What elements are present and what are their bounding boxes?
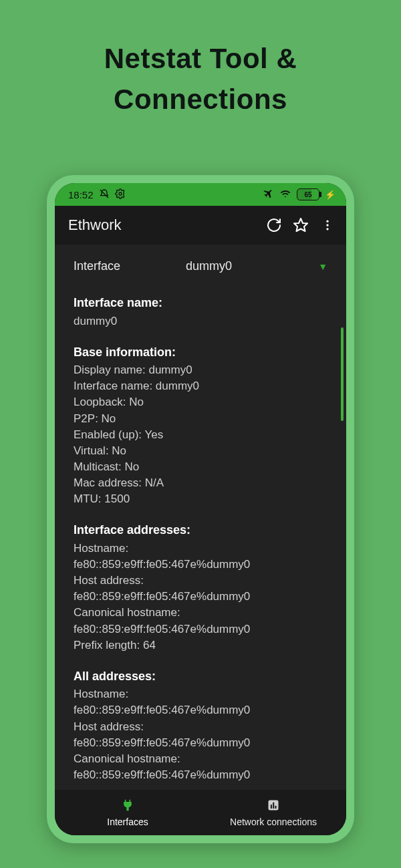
nav-interfaces-label: Interfaces — [107, 817, 148, 827]
all-hostaddr-value: fe80::859:e9ff:fe05:467e%dummy0 — [74, 735, 327, 751]
svg-point-5 — [326, 228, 328, 230]
chart-icon — [267, 799, 280, 814]
base-interface-name: Interface name: dummy0 — [74, 378, 327, 394]
nav-network-connections[interactable]: Network connections — [200, 790, 346, 835]
all-hostname-label: Hostname: — [74, 686, 327, 702]
nav-network-label: Network connections — [230, 817, 317, 827]
hero-line-2: Connections — [0, 80, 401, 120]
app-bar: Ethwork — [55, 206, 346, 245]
svg-point-1 — [119, 192, 122, 195]
bottom-nav: Interfaces Network connections — [55, 790, 346, 835]
base-display-name: Display name: dummy0 — [74, 362, 327, 378]
more-button[interactable] — [314, 212, 341, 239]
section-interface-name: Interface name: dummy0 — [74, 295, 327, 329]
iface-hostaddr-value: fe80::859:e9ff:fe05:467e%dummy0 — [74, 589, 327, 605]
section-base-info: Base information: Display name: dummy0 I… — [74, 344, 327, 508]
status-time: 18:52 — [68, 189, 94, 200]
svg-point-3 — [326, 221, 328, 223]
all-hostaddr-label: Host address: — [74, 719, 327, 735]
refresh-button[interactable] — [261, 212, 287, 239]
chevron-down-icon: ▼ — [318, 261, 327, 272]
gear-icon — [115, 188, 126, 201]
phone-frame: 18:52 — [47, 175, 354, 843]
phone-screen: 18:52 — [55, 183, 346, 835]
svg-rect-7 — [271, 805, 272, 809]
favorite-button[interactable] — [287, 212, 314, 239]
iface-canon-label: Canonical hostname: — [74, 605, 327, 621]
wifi-icon — [279, 188, 291, 201]
svg-point-4 — [326, 224, 328, 226]
nav-interfaces[interactable]: Interfaces — [55, 790, 200, 835]
status-bar: 18:52 — [55, 183, 346, 206]
base-p2p: P2P: No — [74, 411, 327, 427]
hero-title: Netstat Tool & Connections — [0, 0, 401, 120]
battery-pct: 65 — [304, 191, 311, 198]
base-mtu: MTU: 1500 — [74, 491, 327, 507]
section-head-iface-addrs: Interface addresses: — [74, 522, 327, 539]
all-hostname-value: fe80::859:e9ff:fe05:467e%dummy0 — [74, 702, 327, 718]
all-canon-label: Canonical hostname: — [74, 751, 327, 767]
interface-label: Interface — [74, 259, 186, 273]
all-canon-value: fe80::859:e9ff:fe05:467e%dummy0 — [74, 767, 327, 783]
interface-selected-value: dummy0 — [186, 259, 232, 273]
airplane-icon — [263, 188, 274, 201]
app-title: Ethwork — [68, 216, 261, 234]
interface-select[interactable]: dummy0 ▼ — [186, 259, 327, 273]
battery-icon: 65 — [297, 188, 319, 200]
base-loopback: Loopback: No — [74, 394, 327, 410]
svg-rect-9 — [275, 805, 277, 808]
iface-prefix-length: Prefix length: 64 — [74, 637, 327, 654]
section-interface-addresses: Interface addresses: Hostname: fe80::859… — [74, 522, 327, 653]
base-enabled: Enabled (up): Yes — [74, 427, 327, 443]
charging-icon: ⚡ — [325, 190, 336, 200]
svg-marker-2 — [294, 219, 307, 231]
hero-line-1: Netstat Tool & — [0, 39, 401, 80]
content-area: Interface dummy0 ▼ Interface name: dummy… — [55, 245, 346, 790]
interface-name-value: dummy0 — [74, 313, 327, 329]
plug-icon — [121, 799, 134, 814]
scroll-indicator[interactable] — [341, 327, 344, 421]
section-all-addresses: All addresses: Hostname: fe80::859:e9ff:… — [74, 668, 327, 783]
iface-hostname-label: Hostname: — [74, 541, 327, 557]
section-head-all-addrs: All addresses: — [74, 668, 327, 686]
svg-rect-8 — [273, 802, 274, 808]
iface-canon-value: fe80::859:e9ff:fe05:467e%dummy0 — [74, 621, 327, 637]
base-multicast: Multicast: No — [74, 459, 327, 475]
base-virtual: Virtual: No — [74, 443, 327, 459]
base-mac: Mac address: N/A — [74, 475, 327, 491]
section-head-name: Interface name: — [74, 295, 327, 312]
mute-icon — [99, 188, 110, 201]
iface-hostaddr-label: Host address: — [74, 573, 327, 589]
section-head-base: Base information: — [74, 344, 327, 361]
iface-hostname-value: fe80::859:e9ff:fe05:467e%dummy0 — [74, 557, 327, 573]
